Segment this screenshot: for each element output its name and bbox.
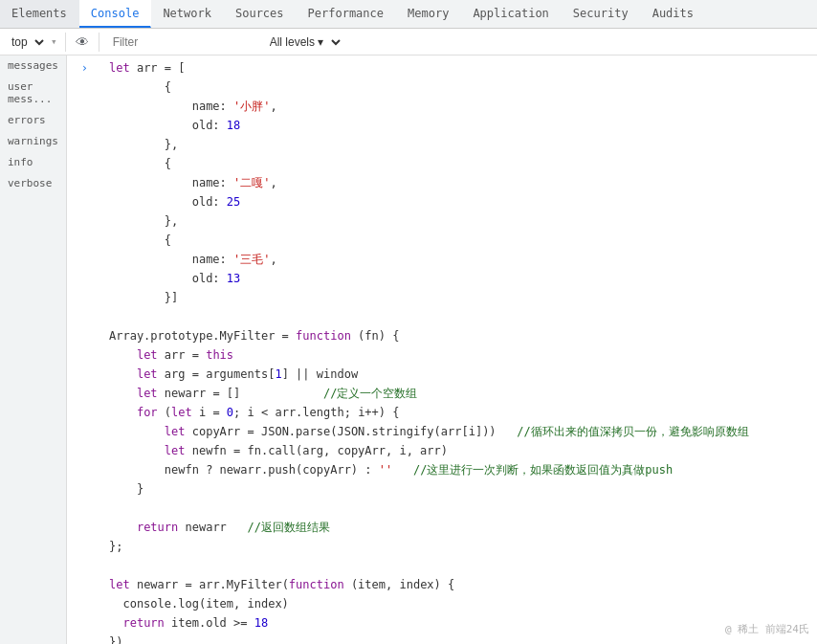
code-line-12: old: 13 (67, 270, 817, 289)
tab-security[interactable]: Security (562, 0, 641, 28)
tab-memory[interactable]: Memory (396, 0, 461, 28)
console-output[interactable]: › let arr = [ { name: '小胖', old: 18 (67, 56, 817, 644)
toolbar-left: top ▾ 👁 (4, 33, 262, 52)
main-area: messages user mess... errors warnings in… (0, 56, 817, 644)
code-line-24: }; (67, 538, 817, 557)
code-line-blank2 (67, 500, 817, 519)
code-line-15: let arr = this (67, 346, 817, 366)
code-line-5: }, (67, 136, 817, 155)
code-line-8: old: 25 (67, 193, 817, 212)
sidebar-item-user-messages[interactable]: user mess... (0, 77, 66, 110)
code-line-25: let newarr = arr.MyFilter(function (item… (67, 576, 817, 595)
prompt-arrow: › (81, 60, 88, 77)
code-line-16: let arg = arguments[1] || window (67, 366, 817, 385)
code-line-blank1 (67, 308, 817, 327)
sidebar-item-warnings[interactable]: warnings (0, 131, 66, 152)
tab-audits[interactable]: Audits (641, 0, 706, 28)
code-line-2: { (67, 78, 817, 98)
code-line-4: old: 18 (67, 117, 817, 136)
level-select[interactable]: All levels ▾ (262, 33, 343, 52)
eye-icon[interactable]: 👁 (74, 33, 91, 51)
code-line-27: return item.old >= 18 (67, 614, 817, 633)
console-toolbar: top ▾ 👁 All levels ▾ (0, 29, 817, 56)
sidebar-item-errors[interactable]: errors (0, 110, 66, 131)
tab-network[interactable]: Network (151, 0, 224, 28)
tab-performance[interactable]: Performance (297, 0, 396, 28)
code-line-18: for (let i = 0; i < arr.length; i++) { (67, 404, 817, 423)
toolbar-divider2 (99, 33, 99, 52)
code-line-10: { (67, 232, 817, 251)
chevron-down-icon: ▾ (51, 35, 57, 48)
code-line-14: Array.prototype.MyFilter = function (fn)… (67, 327, 817, 346)
code-line-28: }) (67, 633, 817, 644)
code-line-19: let copyArr = JSON.parse(JSON.stringify(… (67, 423, 817, 442)
filter-input[interactable] (107, 33, 262, 51)
tab-application[interactable]: Application (461, 0, 561, 28)
tab-sources[interactable]: Sources (224, 0, 297, 28)
tab-elements[interactable]: Elements (0, 0, 79, 28)
code-line-11: name: '三毛', (67, 251, 817, 270)
code-line-22: } (67, 480, 817, 500)
code-line-21: newfn ? newarr.push(copyArr) : '' //这里进行… (67, 461, 817, 480)
code-line-6: { (67, 155, 817, 174)
code-line-13: }] (67, 289, 817, 308)
scope-select[interactable]: top (4, 33, 47, 52)
toolbar-divider (65, 33, 66, 52)
code-line-17: let newarr = [] //定义一个空数组 (67, 385, 817, 404)
code-line-blank3 (67, 557, 817, 576)
code-line-26: console.log(item, index) (67, 595, 817, 614)
code-line-3: name: '小胖', (67, 98, 817, 117)
tab-console[interactable]: Console (79, 0, 152, 28)
code-line-9: }, (67, 212, 817, 232)
code-line-1: › let arr = [ (67, 59, 817, 78)
code-line-23: return newarr //返回数组结果 (67, 519, 817, 538)
code-line-20: let newfn = fn.call(arg, copyArr, i, arr… (67, 442, 817, 461)
sidebar-item-info[interactable]: info (0, 152, 66, 173)
code-line-7: name: '二嘎', (67, 174, 817, 193)
sidebar-item-verbose[interactable]: verbose (0, 173, 66, 194)
tab-bar: Elements Console Network Sources Perform… (0, 0, 817, 29)
sidebar: messages user mess... errors warnings in… (0, 56, 67, 644)
sidebar-item-messages[interactable]: messages (0, 56, 66, 77)
